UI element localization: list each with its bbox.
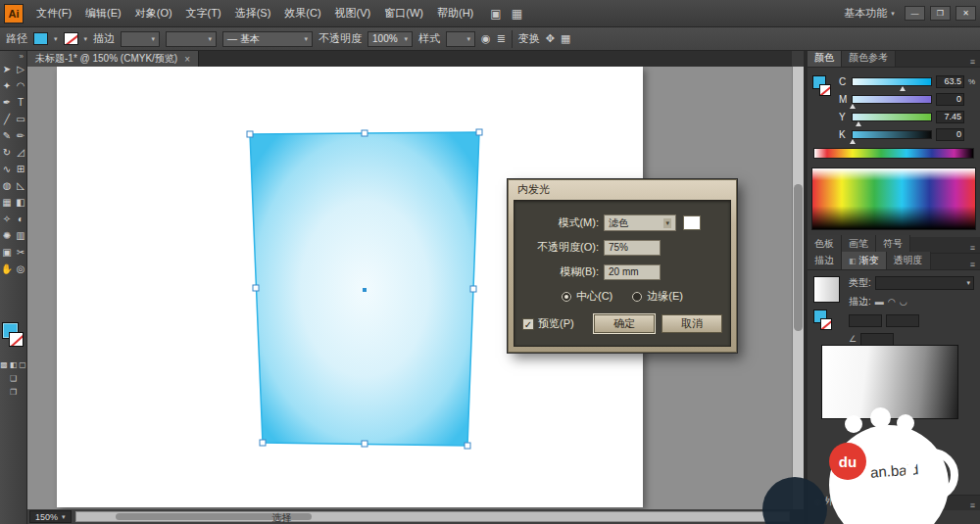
toolbar-collapse-icon[interactable]: »	[0, 51, 26, 61]
bridge-icon[interactable]: ▣	[490, 7, 501, 21]
minimize-button[interactable]: —	[905, 6, 925, 21]
screen-mode-icon[interactable]: ❐	[10, 388, 17, 397]
zoom-tool[interactable]: ◎	[14, 261, 27, 277]
gradient-aspect-input[interactable]	[886, 314, 919, 327]
tab-color-guide[interactable]: 颜色参考	[842, 49, 896, 67]
magic-wand-tool[interactable]: ✦	[0, 77, 14, 94]
opacity-select[interactable]: 100% ▾	[368, 31, 413, 47]
center-radio[interactable]: 中心(C)	[562, 289, 612, 304]
restore-button[interactable]: ❒	[930, 6, 951, 21]
column-graph-tool[interactable]: ▥	[14, 227, 27, 244]
gradient-angle-input[interactable]	[849, 314, 882, 327]
lasso-tool[interactable]: ◠	[14, 77, 27, 94]
rotate-tool[interactable]: ↻	[0, 144, 14, 161]
edge-radio[interactable]: 边缘(E)	[632, 289, 683, 304]
isolate-icon[interactable]: ✥	[546, 32, 555, 45]
gradient-fill-thumbnail[interactable]	[813, 276, 840, 303]
color-spectrum-strip[interactable]	[813, 148, 974, 159]
gradient-mode-icon[interactable]: ◧	[10, 360, 18, 369]
magenta-slider[interactable]	[852, 95, 932, 104]
paintbrush-tool[interactable]: ✎	[0, 127, 14, 144]
slider-marker[interactable]	[900, 86, 906, 91]
slider-marker[interactable]	[850, 104, 856, 109]
opacity-input[interactable]: 75%	[604, 240, 661, 256]
menu-item-type[interactable]: 文字(T)	[179, 0, 228, 26]
blend-tool[interactable]: ◐	[14, 211, 27, 227]
tab-brushes[interactable]: 画笔	[842, 235, 876, 253]
transform-link[interactable]: 变换	[518, 31, 540, 46]
recolor-artwork-icon[interactable]: ◉	[481, 32, 491, 45]
none-mode-icon[interactable]: ▢	[19, 360, 26, 369]
stroke-weight-select[interactable]: ▾	[121, 31, 160, 47]
cyan-value-input[interactable]: 63.5	[936, 75, 964, 88]
tab-close-icon[interactable]: ×	[184, 54, 190, 65]
hand-tool[interactable]: ✋	[0, 261, 14, 277]
mode-select[interactable]: 滤色 ▾	[604, 214, 676, 231]
tab-swatches[interactable]: 色板	[808, 235, 842, 253]
slider-marker[interactable]	[850, 139, 856, 144]
stroke-along-icon[interactable]: ◠	[888, 297, 896, 307]
arrange-grid-icon[interactable]: ▦	[561, 32, 570, 45]
ok-button[interactable]: 确定	[594, 314, 655, 333]
magenta-value-input[interactable]: 0	[936, 93, 964, 106]
gradient-tool[interactable]: ◧	[14, 194, 27, 211]
mesh-tool[interactable]: ▦	[0, 194, 14, 211]
menu-item-select[interactable]: 选择(S)	[228, 0, 278, 26]
stroke-swatch[interactable]	[820, 318, 832, 330]
preview-checkbox[interactable]: ✓ 预览(P)	[522, 316, 574, 331]
slice-tool[interactable]: ✂	[14, 244, 27, 261]
artboard-tool[interactable]: ▣	[0, 244, 14, 261]
align-icon[interactable]: ≣	[497, 32, 506, 45]
tab-graphic-styles[interactable]: ▣ 图形样式	[852, 493, 916, 510]
panel-menu-icon[interactable]: ≡	[965, 260, 980, 269]
black-slider[interactable]	[852, 130, 932, 139]
tab-gradient[interactable]: ◧ 渐变	[842, 252, 887, 269]
vertical-scrollbar[interactable]	[792, 67, 804, 509]
direct-selection-tool[interactable]: ▷	[14, 61, 27, 77]
free-transform-tool[interactable]: ⊞	[14, 161, 27, 177]
workspace-switcher[interactable]: 基本功能 ▾	[844, 6, 895, 21]
fill-color-swatch[interactable]	[33, 32, 48, 45]
pencil-tool[interactable]: ✏	[14, 127, 27, 144]
panel-menu-icon[interactable]: ≡	[965, 500, 980, 510]
brush-definition-select[interactable]: ▾	[166, 31, 217, 47]
menu-item-edit[interactable]: 编辑(E)	[78, 0, 128, 26]
arrange-documents-icon[interactable]: ▦	[512, 7, 522, 21]
symbol-sprayer-tool[interactable]: ✺	[0, 227, 14, 244]
horizontal-scrollbar[interactable]: 选择	[75, 511, 790, 522]
cyan-slider[interactable]	[852, 77, 932, 86]
menu-item-help[interactable]: 帮助(H)	[430, 0, 480, 26]
stroke-swatch[interactable]	[9, 332, 24, 347]
blur-input[interactable]: 20 mm	[604, 264, 661, 280]
stroke-style-select[interactable]: — 基本 ▾	[222, 31, 313, 47]
slider-marker[interactable]	[856, 121, 861, 126]
yellow-slider[interactable]	[852, 113, 932, 121]
line-segment-tool[interactable]: ╱	[0, 111, 14, 127]
menu-item-window[interactable]: 窗口(W)	[377, 0, 430, 26]
tab-transparency[interactable]: 透明度	[887, 252, 931, 269]
tab-symbols[interactable]: 符号	[876, 235, 910, 253]
stroke-swatch[interactable]	[819, 84, 831, 96]
panel-menu-icon[interactable]: ≡	[965, 57, 980, 67]
style-select[interactable]: ▾	[446, 31, 475, 47]
cancel-button[interactable]: 取消	[662, 314, 722, 333]
gradient-location-input[interactable]	[860, 333, 894, 346]
document-tab[interactable]: 未标题-1* @ 150% (CMYK/预览) ×	[27, 51, 199, 67]
menu-item-effect[interactable]: 效果(C)	[277, 0, 327, 26]
selection-tool[interactable]: ➤	[0, 61, 14, 77]
zoom-level-select[interactable]: 150% ▾	[29, 510, 72, 523]
black-value-input[interactable]: 0	[936, 128, 964, 141]
menu-item-view[interactable]: 视图(V)	[328, 0, 378, 26]
stroke-across-icon[interactable]: ◡	[900, 297, 907, 307]
width-tool[interactable]: ∿	[0, 161, 14, 177]
scrollbar-thumb[interactable]	[794, 184, 803, 331]
shape-builder-tool[interactable]: ◍	[0, 177, 14, 194]
yellow-value-input[interactable]: 7.45	[936, 111, 964, 123]
close-button[interactable]: ✕	[956, 6, 976, 21]
type-tool[interactable]: T	[14, 94, 27, 111]
drawing-mode-icon[interactable]: ❏	[10, 374, 17, 383]
menu-item-file[interactable]: 文件(F)	[29, 0, 78, 26]
stroke-apply-icon[interactable]: ▬	[875, 297, 884, 307]
color-spectrum[interactable]	[811, 167, 976, 230]
glow-color-swatch[interactable]	[683, 215, 701, 230]
